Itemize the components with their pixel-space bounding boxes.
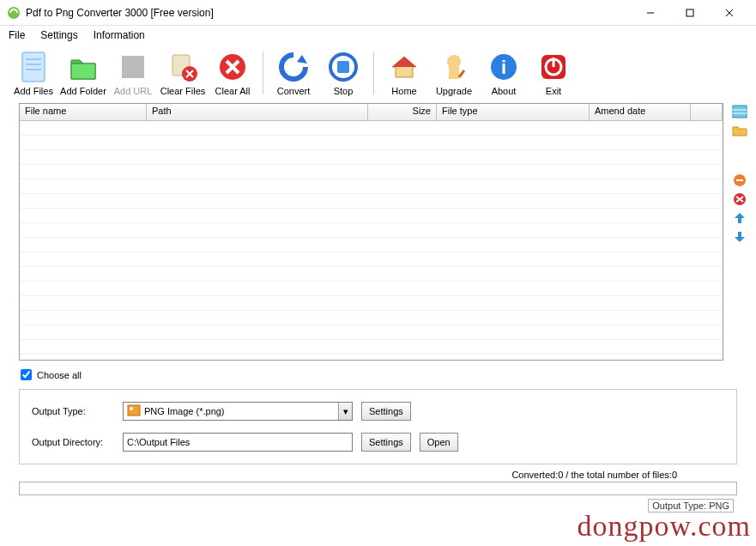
grid-row: [20, 311, 723, 325]
upgrade-button[interactable]: Upgrade: [429, 48, 479, 98]
output-type-settings-button[interactable]: Settings: [361, 402, 411, 421]
move-down-icon[interactable]: [732, 230, 747, 244]
stop-label: Stop: [334, 86, 354, 96]
convert-button[interactable]: Convert: [269, 48, 318, 98]
grid-body: [20, 121, 723, 355]
grid-row: [20, 194, 723, 209]
right-toolbar: [727, 100, 753, 361]
col-path[interactable]: Path: [147, 104, 368, 120]
close-button[interactable]: [710, 0, 749, 26]
url-icon: [116, 50, 150, 84]
svg-point-19: [447, 55, 461, 69]
delete-icon[interactable]: [732, 192, 747, 206]
choose-all-checkbox[interactable]: [21, 369, 32, 380]
output-type-row: Output Type: PNG Image (*.png) ▾ Setting…: [32, 402, 724, 421]
title-bar: Pdf to Png Converter 3000 [Free version]: [0, 0, 756, 26]
convert-label: Convert: [277, 86, 311, 96]
output-dir-settings-button[interactable]: Settings: [361, 433, 411, 452]
home-button[interactable]: Home: [379, 48, 429, 98]
grid-row: [20, 136, 723, 150]
clear-all-icon: [215, 50, 250, 84]
toolbar-separator: [263, 52, 263, 94]
exit-button[interactable]: Exit: [529, 48, 578, 98]
svg-rect-2: [686, 9, 693, 16]
add-folder-button[interactable]: Add Folder: [58, 48, 108, 98]
grid-row: [20, 282, 723, 296]
choose-all-row: Choose all: [0, 361, 756, 384]
svg-point-35: [130, 407, 133, 410]
progress-bar: [19, 482, 737, 495]
info-icon: i: [487, 50, 521, 84]
menu-file[interactable]: File: [9, 29, 25, 41]
grid-row: [20, 296, 723, 311]
minimize-button[interactable]: [631, 0, 670, 26]
col-extra[interactable]: [691, 104, 723, 120]
svg-rect-18: [337, 61, 349, 73]
clear-files-icon: [166, 50, 200, 84]
output-dir-open-button[interactable]: Open: [420, 433, 458, 452]
remove-icon[interactable]: [732, 173, 747, 187]
menu-information[interactable]: Information: [94, 29, 145, 41]
output-dir-row: Output Directory: C:\Output Files Settin…: [32, 433, 724, 452]
svg-rect-26: [733, 106, 747, 118]
add-url-label: Add URL: [114, 86, 153, 96]
maximize-button[interactable]: [670, 0, 710, 26]
toolbar: Add Files Add Folder Add URL Clear Files…: [0, 45, 756, 100]
clear-files-button[interactable]: Clear Files: [158, 48, 208, 98]
output-type-combo[interactable]: PNG Image (*.png) ▾: [123, 402, 353, 421]
window-controls: [631, 0, 749, 26]
col-size[interactable]: Size: [368, 104, 437, 120]
about-label: About: [492, 86, 517, 96]
add-files-label: Add Files: [14, 86, 53, 96]
add-folder-label: Add Folder: [60, 86, 106, 96]
svg-rect-20: [449, 67, 459, 79]
grid-row: [20, 223, 723, 238]
choose-all-label: Choose all: [37, 370, 82, 380]
output-panel: Output Type: PNG Image (*.png) ▾ Setting…: [19, 389, 737, 464]
home-label: Home: [391, 86, 416, 96]
watermark: dongpow.com: [578, 510, 751, 543]
output-dir-field[interactable]: C:\Output Files: [123, 433, 353, 452]
grid-row: [20, 252, 723, 267]
svg-text:i: i: [501, 57, 506, 78]
output-type-value: PNG Image (*.png): [144, 406, 225, 416]
menu-settings[interactable]: Settings: [40, 29, 77, 41]
status-output-type: Output Type: PNG: [0, 497, 756, 513]
col-filetype[interactable]: File type: [437, 104, 590, 120]
grid-row: [20, 325, 723, 340]
grid-header: File name Path Size File type Amend date: [20, 104, 723, 121]
col-filename[interactable]: File name: [20, 104, 147, 120]
document-icon: [16, 50, 51, 84]
add-files-button[interactable]: Add Files: [9, 48, 58, 98]
toolbar-separator: [373, 52, 374, 94]
app-icon: [7, 6, 21, 20]
svg-rect-9: [122, 56, 144, 78]
folder-open-icon[interactable]: [732, 124, 747, 137]
grid-row: [20, 238, 723, 252]
home-icon: [387, 50, 421, 84]
stop-button[interactable]: Stop: [318, 48, 368, 98]
grid-row: [20, 267, 723, 282]
convert-icon: [276, 50, 311, 84]
add-url-button: Add URL: [108, 48, 158, 98]
move-up-icon[interactable]: [732, 211, 747, 225]
about-button[interactable]: i About: [479, 48, 529, 98]
folder-icon: [66, 50, 100, 84]
grid-row: [20, 150, 723, 165]
grid-row: [20, 121, 723, 136]
menu-bar: File Settings Information: [0, 26, 756, 45]
chevron-down-icon[interactable]: ▾: [338, 403, 352, 420]
output-dir-value: C:\Output Files: [127, 437, 190, 447]
grid-row: [20, 165, 723, 179]
col-amenddate[interactable]: Amend date: [590, 104, 691, 120]
output-type-label: Output Type:: [32, 406, 114, 416]
clear-all-button[interactable]: Clear All: [208, 48, 257, 98]
power-icon: [536, 50, 571, 84]
exit-label: Exit: [546, 86, 561, 96]
window-title: Pdf to Png Converter 3000 [Free version]: [26, 7, 631, 19]
file-grid[interactable]: File name Path Size File type Amend date: [19, 103, 723, 361]
list-select-icon[interactable]: [732, 105, 747, 118]
stop-icon: [326, 50, 360, 84]
clear-files-label: Clear Files: [160, 86, 206, 96]
grid-row: [20, 340, 723, 355]
